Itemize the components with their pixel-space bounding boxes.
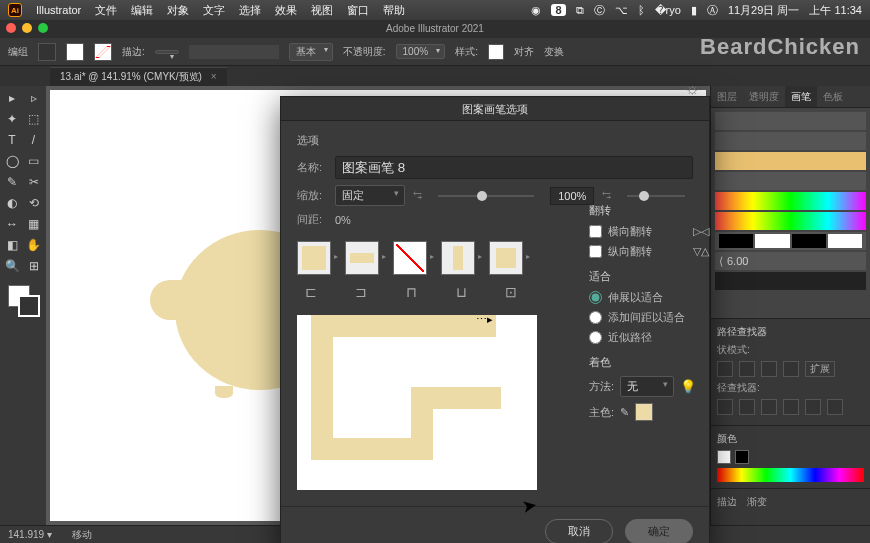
status-icon3[interactable]: ⌥ [615,4,628,17]
brush-row[interactable] [715,132,866,150]
menu-window[interactable]: 窗口 [347,3,369,18]
stroke-box[interactable] [18,295,40,317]
direct-selection-tool[interactable]: ▹ [24,88,44,108]
pf-minus[interactable] [739,361,755,377]
tab-swatches[interactable]: 色板 [817,86,849,107]
pf-exclude[interactable] [783,361,799,377]
stroke-profile[interactable] [189,45,279,59]
flip-v-checkbox[interactable] [589,245,602,258]
color-black[interactable] [735,450,749,464]
zoom-tool[interactable]: 🔍 [2,256,22,276]
color-white[interactable] [717,450,731,464]
menubar-time[interactable]: 上午 11:34 [809,3,862,18]
fit-icon-2[interactable]: ⊐ [347,283,375,301]
fit-approx-radio[interactable] [589,331,602,344]
type-tool[interactable]: T [2,130,22,150]
tab-gradient[interactable]: 渐变 [747,495,767,509]
brush-row[interactable] [715,172,866,190]
pencil-tool[interactable]: ✎ [2,172,22,192]
traffic-lights[interactable] [6,23,48,33]
tile-outer-corner[interactable] [297,241,331,275]
status-icon2[interactable]: Ⓒ [594,3,605,18]
keycolor-swatch[interactable] [635,403,653,421]
rec-icon[interactable]: ◉ [531,4,541,17]
artboard-tool[interactable]: ⊞ [24,256,44,276]
line-tool[interactable]: / [24,130,44,150]
name-input[interactable] [335,156,693,179]
lasso-tool[interactable]: ⬚ [24,109,44,129]
fit-icon-1[interactable]: ⊏ [297,283,325,301]
scale-slider[interactable] [438,195,534,197]
input-icon[interactable]: Ⓐ [707,3,718,18]
app-name[interactable]: Illustrator [36,4,81,16]
status-mode[interactable]: 移动 [72,528,92,542]
menu-edit[interactable]: 编辑 [131,3,153,18]
tab-layers[interactable]: 图层 [711,86,743,107]
fit-space-radio[interactable] [589,311,602,324]
close-tab-icon[interactable]: × [211,71,217,82]
cancel-button[interactable]: 取消 [545,519,613,543]
battery-icon[interactable]: ▮ [691,4,697,17]
brush-row[interactable] [715,112,866,130]
tile-start-end[interactable] [489,241,523,275]
menu-type[interactable]: 文字 [203,3,225,18]
expand-button[interactable]: 扩展 [805,361,835,377]
ok-button[interactable]: 确定 [625,519,693,543]
tile-inner-corner[interactable] [441,241,475,275]
close-window[interactable] [6,23,16,33]
selection-tool[interactable]: ▸ [2,88,22,108]
rectangle-tool[interactable]: ▭ [24,151,44,171]
method-select[interactable]: 无 [620,376,674,397]
status-icon1[interactable]: ⧉ [576,4,584,17]
brush-row[interactable] [715,212,866,230]
pf-minus-back[interactable] [827,399,843,415]
color-spectrum[interactable] [717,468,864,482]
fit-icon-5[interactable]: ⊡ [497,283,525,301]
fill-swatch[interactable] [38,43,56,61]
tab-brushes[interactable]: 画笔 [785,86,817,107]
scale-mode-select[interactable]: 固定 [335,185,405,206]
scale-percent[interactable]: 100% [550,187,594,205]
transform-link[interactable]: 变换 [544,45,564,59]
menu-view[interactable]: 视图 [311,3,333,18]
pf-merge[interactable] [761,399,777,415]
pf-trim[interactable] [739,399,755,415]
minimize-window[interactable] [22,23,32,33]
brush-row[interactable]: ⟨6.00 [715,252,866,270]
pf-divide[interactable] [717,399,733,415]
pf-outline[interactable] [805,399,821,415]
menu-object[interactable]: 对象 [167,3,189,18]
stroke-swatch-none[interactable] [94,43,112,61]
flip-h-checkbox[interactable] [589,225,602,238]
bluetooth-icon[interactable]: ᛒ [638,4,645,16]
color-title[interactable]: 颜色 [717,433,737,444]
gradient-tool[interactable]: ◧ [2,235,22,255]
stroke-swatch[interactable] [66,43,84,61]
link-icon[interactable]: ⥃ [413,189,422,202]
menubar-date[interactable]: 11月29日 周一 [728,3,800,18]
spacing-value[interactable]: 0% [335,214,351,226]
badge[interactable]: 8 [551,4,565,16]
pf-unite[interactable] [717,361,733,377]
zoom-window[interactable] [38,23,48,33]
reflect-tool[interactable]: ⟲ [24,193,44,213]
brush-def-dd[interactable]: 基本 [289,43,333,61]
brush-row[interactable] [715,272,866,290]
tile-between[interactable] [393,241,427,275]
pf-intersect[interactable] [761,361,777,377]
brushes-list[interactable]: ⟨6.00 [711,108,870,318]
fit-icon-3[interactable]: ⊓ [397,283,425,301]
menu-effect[interactable]: 效果 [275,3,297,18]
brush-row[interactable] [715,232,866,250]
menu-select[interactable]: 选择 [239,3,261,18]
opacity-dd[interactable]: 100% [396,44,446,59]
brush-row[interactable] [715,152,866,170]
wifi-icon[interactable]: �ryo [655,4,681,17]
fill-stroke-control[interactable] [2,281,44,321]
menu-file[interactable]: 文件 [95,3,117,18]
mesh-tool[interactable]: ▦ [24,214,44,234]
rotate-tool[interactable]: ◐ [2,193,22,213]
align-link[interactable]: 对齐 [514,45,534,59]
fit-icon-4[interactable]: ⊔ [447,283,475,301]
pf-crop[interactable] [783,399,799,415]
